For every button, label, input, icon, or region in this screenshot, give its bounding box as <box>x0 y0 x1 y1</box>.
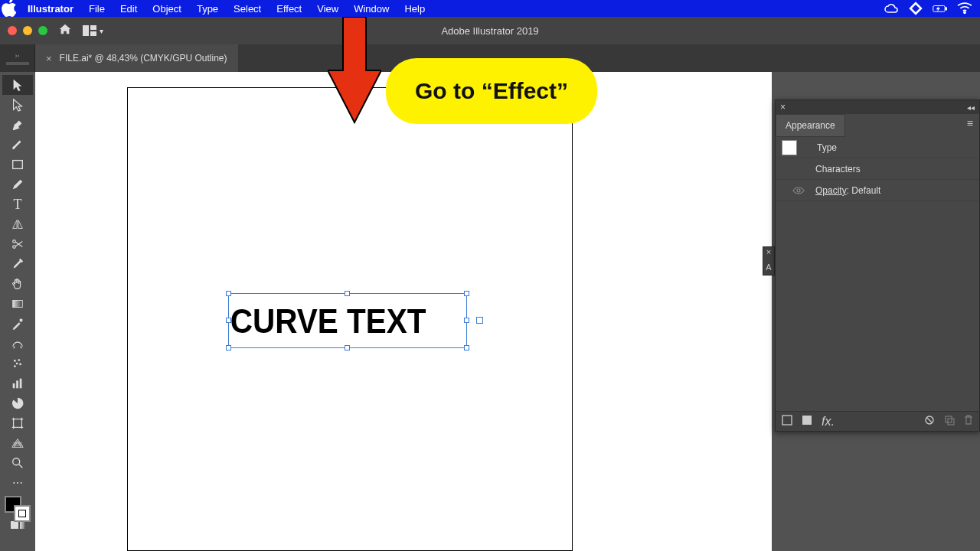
stroke-color[interactable] <box>14 505 31 522</box>
resize-handle[interactable] <box>226 291 231 296</box>
svg-point-11 <box>14 360 16 362</box>
app-title: Adobe Illustrator 2019 <box>441 25 538 37</box>
edit-toolbar-button[interactable]: ⋯ <box>2 473 33 493</box>
add-fill-icon[interactable] <box>802 415 812 429</box>
svg-rect-10 <box>20 319 23 322</box>
duplicate-item-icon[interactable] <box>944 415 955 429</box>
type-swatch <box>782 140 797 155</box>
resize-handle[interactable] <box>345 291 350 296</box>
close-window-button[interactable] <box>8 26 17 35</box>
scissors-tool[interactable] <box>2 234 33 254</box>
arrange-documents-button[interactable]: ▾ <box>83 25 103 36</box>
svg-rect-5 <box>90 31 96 36</box>
eyedropper-tool[interactable] <box>2 254 33 274</box>
gradient-tool[interactable] <box>2 294 33 314</box>
svg-rect-22 <box>20 521 24 529</box>
close-tab-icon[interactable]: × <box>46 53 52 64</box>
app-name: Illustrator <box>20 3 81 15</box>
hand-tool[interactable] <box>2 274 33 294</box>
pencil-tool[interactable] <box>2 174 33 194</box>
selected-text-object[interactable]: CURVE TEXT <box>228 293 467 348</box>
pen-tool[interactable] <box>2 115 33 135</box>
collapsed-panel-label: A <box>763 259 774 275</box>
menu-type[interactable]: Type <box>189 3 226 15</box>
document-tab-label: FILE.ai* @ 48,43% (CMYK/GPU Outline) <box>60 53 227 64</box>
menu-edit[interactable]: Edit <box>113 3 145 15</box>
menu-view[interactable]: View <box>309 3 346 15</box>
perspective-grid-tool[interactable] <box>2 433 33 453</box>
wifi-icon[interactable] <box>957 2 972 15</box>
menu-object[interactable]: Object <box>145 3 189 15</box>
column-graph-tool[interactable] <box>2 373 33 393</box>
row-label: Type <box>817 142 837 153</box>
row-label: Characters <box>815 164 861 174</box>
close-icon[interactable]: × <box>763 247 774 259</box>
resize-handle[interactable] <box>226 345 231 350</box>
visibility-toggle-icon[interactable] <box>782 186 815 195</box>
callout-text: Go to “Effect” <box>415 78 568 103</box>
appearance-row-characters[interactable]: Characters <box>776 158 979 180</box>
appearance-tab[interactable]: Appearance <box>776 114 845 137</box>
document-tab[interactable]: × FILE.ai* @ 48,43% (CMYK/GPU Outline) <box>35 44 238 72</box>
svg-rect-3 <box>83 25 89 36</box>
battery-icon[interactable] <box>933 2 948 15</box>
opacity-label: Opacity <box>815 185 847 196</box>
cc-cloud-icon[interactable] <box>884 2 899 15</box>
app-titlebar: ▾ Adobe Illustrator 2019 <box>0 17 980 44</box>
appearance-row-opacity[interactable]: Opacity: Default <box>776 180 979 201</box>
reflect-tool[interactable] <box>2 214 33 234</box>
zoom-window-button[interactable] <box>38 26 47 35</box>
collapsed-panel-tab[interactable]: × A <box>763 246 775 276</box>
clear-appearance-icon[interactable] <box>924 415 935 429</box>
rectangle-tool[interactable] <box>2 155 33 174</box>
panel-menu-icon[interactable]: ≡ <box>961 114 979 137</box>
add-stroke-icon[interactable] <box>782 415 792 429</box>
menu-effect[interactable]: Effect <box>269 3 309 15</box>
annotation-arrow <box>328 17 381 127</box>
resize-handle[interactable] <box>464 345 469 350</box>
svg-point-13 <box>16 363 18 365</box>
chevron-down-icon: ▾ <box>100 27 103 35</box>
panel-collapse-icon[interactable]: ◂◂ <box>967 103 979 112</box>
tools-panel: T ⋯ <box>0 72 35 551</box>
selection-tool[interactable] <box>2 75 33 95</box>
appearance-panel-footer: fx. <box>776 411 979 431</box>
diamond-icon[interactable] <box>908 2 923 15</box>
type-tool[interactable]: T <box>2 194 33 214</box>
appearance-panel: × ◂◂ Appearance ≡ Type Characters Opacit… <box>775 99 980 432</box>
menu-help[interactable]: Help <box>397 3 433 15</box>
annotation-callout: Go to “Effect” <box>386 58 597 124</box>
resize-handle[interactable] <box>345 345 350 350</box>
minimize-window-button[interactable] <box>23 26 32 35</box>
svg-rect-26 <box>782 416 792 425</box>
menu-window[interactable]: Window <box>346 3 397 15</box>
paintbrush-tool[interactable] <box>2 135 33 155</box>
svg-point-15 <box>14 365 16 367</box>
fill-stroke-swatch[interactable] <box>5 496 31 522</box>
delete-item-icon[interactable] <box>964 415 973 429</box>
opacity-value: : Default <box>847 185 881 196</box>
warp-tool[interactable] <box>2 334 33 354</box>
artboard-tool[interactable] <box>2 413 33 433</box>
pie-chart-tool[interactable] <box>2 393 33 413</box>
direct-selection-tool[interactable] <box>2 95 33 115</box>
add-effect-icon[interactable]: fx. <box>822 415 835 429</box>
menu-file[interactable]: File <box>81 3 113 15</box>
color-picker-tool[interactable] <box>2 314 33 334</box>
color-mode-row[interactable] <box>2 522 33 534</box>
svg-rect-16 <box>13 383 15 388</box>
svg-rect-9 <box>13 301 23 308</box>
menu-select[interactable]: Select <box>226 3 269 15</box>
window-controls <box>0 26 47 35</box>
panel-close-icon[interactable]: × <box>776 102 790 112</box>
appearance-row-type[interactable]: Type <box>776 137 979 158</box>
symbol-sprayer-tool[interactable] <box>2 354 33 373</box>
resize-handle[interactable] <box>226 318 231 323</box>
home-icon[interactable] <box>58 22 72 39</box>
text-out-port[interactable] <box>476 317 483 324</box>
resize-handle[interactable] <box>464 318 469 323</box>
zoom-tool[interactable] <box>2 453 33 473</box>
resize-handle[interactable] <box>464 291 469 296</box>
expand-panels-button[interactable]: ›› <box>0 44 35 72</box>
svg-rect-29 <box>946 416 952 422</box>
